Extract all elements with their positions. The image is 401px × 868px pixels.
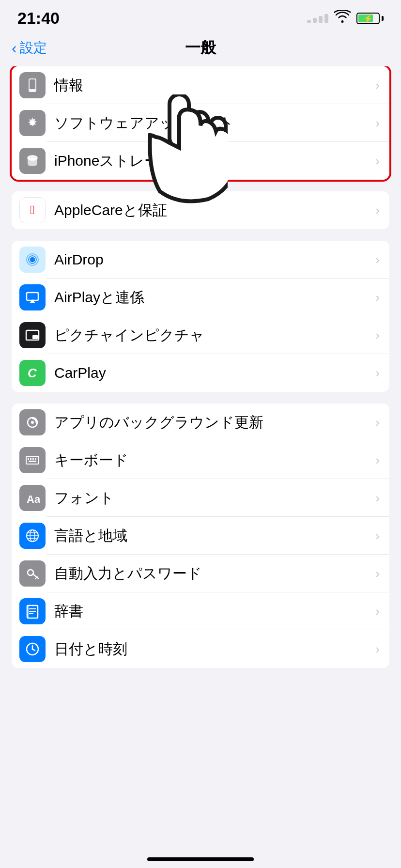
list-item-storage[interactable]: iPhoneストレージ › xyxy=(12,142,389,180)
svg-rect-27 xyxy=(35,458,36,460)
carplay-label: CarPlay xyxy=(54,365,375,381)
svg-rect-25 xyxy=(30,458,31,460)
group-1: 情報 › ソフトウェアアップデート › iPhoneストレージ xyxy=(12,66,389,180)
svg-rect-16 xyxy=(27,293,38,300)
svg-rect-5 xyxy=(30,79,35,89)
applecare-label: AppleCareと保証 xyxy=(54,201,375,220)
svg-rect-24 xyxy=(28,458,29,460)
chevron-icon: › xyxy=(375,328,380,343)
svg-rect-23 xyxy=(26,456,39,464)
svg-point-15 xyxy=(31,258,34,261)
phone-icon xyxy=(19,72,46,98)
storage-label: iPhoneストレージ xyxy=(54,151,375,171)
keyboard-icon xyxy=(19,447,46,473)
battery-icon: ⚡ xyxy=(356,13,384,24)
svg-text:C: C xyxy=(28,366,37,380)
dictionary-icon xyxy=(19,598,46,624)
back-label: 設定 xyxy=(20,39,47,57)
airdrop-icon xyxy=(19,247,46,273)
list-item-fonts[interactable]: Aa フォント › xyxy=(12,479,389,517)
list-item-autofill[interactable]: 自動入力とパスワード › xyxy=(12,555,389,592)
chevron-icon: › xyxy=(375,566,380,581)
list-item-bgrefresh[interactable]: アプリのバックグラウンド更新 › xyxy=(12,403,389,441)
list-item-airdrop[interactable]: AirDrop › xyxy=(12,241,389,279)
refresh-icon xyxy=(19,409,46,435)
airdrop-label: AirDrop xyxy=(54,251,375,268)
pip-icon xyxy=(19,322,46,348)
datetime-label: 日付と時刻 xyxy=(54,639,375,659)
svg-text:Aa: Aa xyxy=(27,493,40,505)
status-bar: 21:40 ⚡ xyxy=(0,0,401,32)
chevron-icon: › xyxy=(375,604,380,619)
chevron-icon: › xyxy=(375,116,380,131)
chevron-icon: › xyxy=(375,642,380,657)
pip-label: ピクチャインピクチャ xyxy=(54,326,375,345)
signal-icon xyxy=(307,14,328,23)
group-3: AirDrop › AirPlayと連係 › ピクチャインピクチャ › xyxy=(12,241,389,392)
page-title: 一般 xyxy=(185,37,216,59)
svg-rect-18 xyxy=(32,335,38,339)
chevron-icon: › xyxy=(375,491,380,506)
svg-rect-26 xyxy=(32,458,34,460)
airplay-label: AirPlayと連係 xyxy=(54,288,375,308)
group-4: アプリのバックグラウンド更新 › キーボード › Aa xyxy=(12,403,389,668)
apple-icon:  xyxy=(19,197,46,223)
fonts-label: フォント xyxy=(54,488,375,508)
dictionary-label: 辞書 xyxy=(54,602,375,621)
chevron-icon: › xyxy=(375,366,380,381)
svg-rect-43 xyxy=(27,605,29,618)
svg-rect-38 xyxy=(35,578,36,579)
svg-text::  xyxy=(30,202,35,217)
chevron-icon: › xyxy=(375,290,380,305)
chevron-icon: › xyxy=(375,453,380,468)
gear-icon xyxy=(19,110,46,136)
language-label: 言語と地域 xyxy=(54,526,375,546)
status-icons: ⚡ xyxy=(307,10,384,26)
list-item-joho[interactable]: 情報 › xyxy=(12,66,389,104)
chevron-icon: › xyxy=(375,203,380,218)
chevron-icon: › xyxy=(375,415,380,430)
list-item-software[interactable]: ソフトウェアアップデート › xyxy=(12,104,389,142)
list-item-carplay[interactable]: C CarPlay › xyxy=(12,354,389,392)
list-item-datetime[interactable]: 日付と時刻 › xyxy=(12,630,389,668)
svg-point-35 xyxy=(28,570,33,575)
svg-rect-37 xyxy=(36,576,38,578)
svg-rect-28 xyxy=(29,461,36,462)
status-time: 21:40 xyxy=(17,9,60,28)
list-item-airplay[interactable]: AirPlayと連係 › xyxy=(12,279,389,316)
keyboard-label: キーボード xyxy=(54,450,375,470)
software-label: ソフトウェアアップデート xyxy=(54,113,375,133)
autofill-label: 自動入力とパスワード xyxy=(54,564,375,584)
list-item-applecare[interactable]:  AppleCareと保証 › xyxy=(12,191,389,229)
chevron-icon: › xyxy=(375,528,380,543)
key-icon xyxy=(19,560,46,587)
svg-point-22 xyxy=(31,421,34,424)
svg-point-47 xyxy=(32,649,33,650)
chevron-icon: › xyxy=(375,154,380,169)
joho-label: 情報 xyxy=(54,76,375,95)
svg-point-6 xyxy=(32,90,33,92)
bgrefresh-label: アプリのバックグラウンド更新 xyxy=(54,413,375,433)
chevron-icon: › xyxy=(375,78,380,93)
wifi-icon xyxy=(334,10,351,26)
list-item-pip[interactable]: ピクチャインピクチャ › xyxy=(12,316,389,354)
airplay-icon xyxy=(19,284,46,310)
globe-icon xyxy=(19,523,46,549)
list-item-dictionary[interactable]: 辞書 › xyxy=(12,592,389,630)
carplay-icon: C xyxy=(19,360,46,386)
back-button[interactable]: ‹ 設定 xyxy=(12,39,47,57)
storage-icon xyxy=(19,148,46,174)
font-icon: Aa xyxy=(19,485,46,511)
nav-bar: ‹ 設定 一般 xyxy=(0,32,401,66)
list-item-language[interactable]: 言語と地域 › xyxy=(12,517,389,555)
list-item-keyboard[interactable]: キーボード › xyxy=(12,441,389,479)
group-2:  AppleCareと保証 › xyxy=(12,191,389,229)
chevron-icon: › xyxy=(375,252,380,267)
home-indicator xyxy=(147,857,254,861)
clock-icon xyxy=(19,636,46,662)
back-chevron-icon: ‹ xyxy=(12,40,17,56)
